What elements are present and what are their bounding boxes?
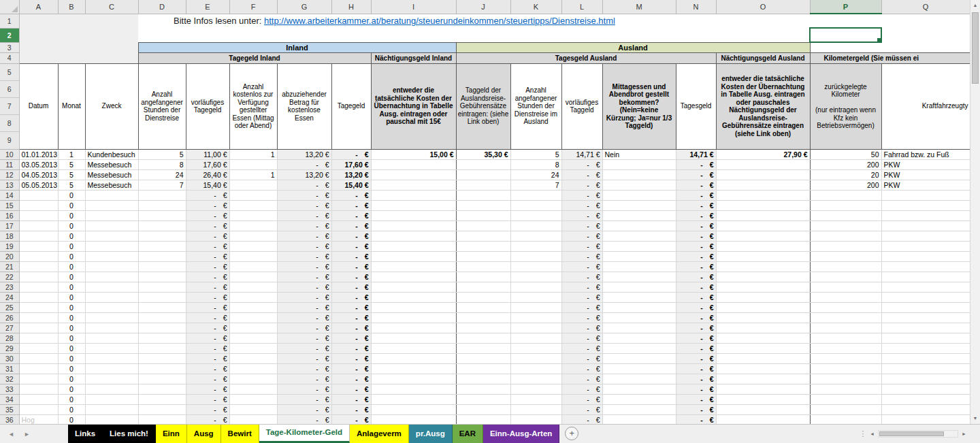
- cell-P27[interactable]: [810, 323, 881, 333]
- active-cell-P2[interactable]: [810, 28, 881, 42]
- cell-K21[interactable]: [510, 261, 561, 272]
- cell-L17[interactable]: -€: [561, 220, 602, 231]
- cell-B35[interactable]: 0: [58, 404, 85, 414]
- cell-I30[interactable]: [371, 353, 456, 363]
- cell-E17[interactable]: -€: [186, 220, 229, 231]
- header-naechtigung-inland[interactable]: entweder die tatsächliche Kosten der Übe…: [371, 63, 456, 149]
- group-header-inland[interactable]: Inland: [138, 42, 456, 52]
- cell-A25[interactable]: [19, 302, 58, 312]
- cell-P20[interactable]: [810, 251, 881, 261]
- cell-P36[interactable]: [810, 414, 881, 424]
- cell-N14[interactable]: -€: [676, 190, 716, 200]
- cell-C11[interactable]: Messebesuch: [85, 159, 138, 169]
- cell-I29[interactable]: [371, 343, 456, 353]
- cell-C13[interactable]: Messebesuch: [85, 180, 138, 190]
- cell-J21[interactable]: [456, 261, 510, 272]
- cell-E26[interactable]: -€: [186, 312, 229, 323]
- header-tagesgeld[interactable]: Tagesgeld: [676, 63, 716, 149]
- cell-P28[interactable]: [810, 333, 881, 343]
- cell-L19[interactable]: -€: [561, 241, 602, 251]
- cell-O32[interactable]: [716, 374, 810, 384]
- cell-F29[interactable]: [229, 343, 277, 353]
- cell-D30[interactable]: [138, 353, 186, 363]
- cell-P18[interactable]: [810, 231, 881, 241]
- cell-O11[interactable]: [716, 159, 810, 169]
- cell-A18[interactable]: [19, 231, 58, 241]
- tab-splitter-icon[interactable]: ⋮: [860, 425, 866, 443]
- cell-D36[interactable]: [138, 414, 186, 424]
- cell-K15[interactable]: [510, 200, 561, 210]
- section-header-tagegeld-inland[interactable]: Tagegeld Inland: [138, 52, 371, 63]
- cell-G18[interactable]: -€: [277, 231, 331, 241]
- cell-D19[interactable]: [138, 241, 186, 251]
- cell-F23[interactable]: [229, 282, 277, 292]
- row-header-5[interactable]: 5: [0, 64, 19, 81]
- cell-H26[interactable]: -€: [331, 312, 371, 323]
- cell-M11[interactable]: [602, 159, 676, 169]
- cell-B29[interactable]: 0: [58, 343, 85, 353]
- cell-J16[interactable]: [456, 210, 510, 220]
- cell-M25[interactable]: [602, 302, 676, 312]
- empty-cells-row2[interactable]: [138, 28, 810, 42]
- cell-M28[interactable]: [602, 333, 676, 343]
- cell-B14[interactable]: 0: [58, 190, 85, 200]
- cell-M30[interactable]: [602, 353, 676, 363]
- cell-D32[interactable]: [138, 374, 186, 384]
- row-header-8[interactable]: 8: [0, 115, 19, 132]
- cell-G13[interactable]: -€: [277, 180, 331, 190]
- cell-P23[interactable]: [810, 282, 881, 292]
- cell-C24[interactable]: [85, 292, 138, 302]
- cell-G10[interactable]: 13,20 €: [277, 149, 331, 159]
- info-link[interactable]: http://www.arbeiterkammer.at/beratung/st…: [264, 16, 615, 26]
- cell-H14[interactable]: -€: [331, 190, 371, 200]
- cell-A12[interactable]: 04.05.2013: [19, 169, 58, 180]
- cell-G33[interactable]: -€: [277, 384, 331, 394]
- cell-F14[interactable]: [229, 190, 277, 200]
- cell-J14[interactable]: [456, 190, 510, 200]
- cell-F24[interactable]: [229, 292, 277, 302]
- cell-J36[interactable]: [456, 414, 510, 424]
- row-header-9[interactable]: 9: [0, 132, 19, 149]
- cell-G35[interactable]: -€: [277, 404, 331, 414]
- cell-C16[interactable]: [85, 210, 138, 220]
- cell-Q16[interactable]: [881, 210, 970, 220]
- row-header-19[interactable]: 19: [0, 241, 19, 251]
- cell-E18[interactable]: -€: [186, 231, 229, 241]
- cell-E12[interactable]: 26,40 €: [186, 169, 229, 180]
- cell-K34[interactable]: [510, 394, 561, 404]
- cell-I18[interactable]: [371, 231, 456, 241]
- header-datum[interactable]: Datum: [19, 63, 58, 149]
- row-header-14[interactable]: 14: [0, 190, 19, 200]
- cell-D25[interactable]: [138, 302, 186, 312]
- cell-Q34[interactable]: [881, 394, 970, 404]
- cell-A23[interactable]: [19, 282, 58, 292]
- cell-A36[interactable]: Hog: [19, 414, 58, 424]
- cell-E28[interactable]: -€: [186, 333, 229, 343]
- row-header-11[interactable]: 11: [0, 159, 19, 169]
- cell-M36[interactable]: [602, 414, 676, 424]
- header-tagegeld[interactable]: Tagegeld: [331, 63, 371, 149]
- cell-Q12[interactable]: PKW: [881, 169, 970, 180]
- cell-C17[interactable]: [85, 220, 138, 231]
- cell-M22[interactable]: [602, 272, 676, 282]
- cell-D22[interactable]: [138, 272, 186, 282]
- cell-C19[interactable]: [85, 241, 138, 251]
- cell-G29[interactable]: -€: [277, 343, 331, 353]
- cell-H13[interactable]: 15,40 €: [331, 180, 371, 190]
- row-header-3[interactable]: 3: [0, 42, 19, 52]
- cell-Q30[interactable]: [881, 353, 970, 363]
- cell-J29[interactable]: [456, 343, 510, 353]
- cell-B30[interactable]: 0: [58, 353, 85, 363]
- cell-B36[interactable]: 0: [58, 414, 85, 424]
- cell-Q2[interactable]: [881, 28, 970, 42]
- cell-P32[interactable]: [810, 374, 881, 384]
- cell-B15[interactable]: 0: [58, 200, 85, 210]
- cell-M18[interactable]: [602, 231, 676, 241]
- sheet-tab-ausg[interactable]: Ausg: [187, 425, 221, 443]
- cell-I16[interactable]: [371, 210, 456, 220]
- row-header-7[interactable]: 7: [0, 98, 19, 115]
- sheet-tab-anlageverm[interactable]: Anlageverm: [350, 425, 409, 443]
- cell-A21[interactable]: [19, 261, 58, 272]
- cell-Q36[interactable]: [881, 414, 970, 424]
- cell-Q29[interactable]: [881, 343, 970, 353]
